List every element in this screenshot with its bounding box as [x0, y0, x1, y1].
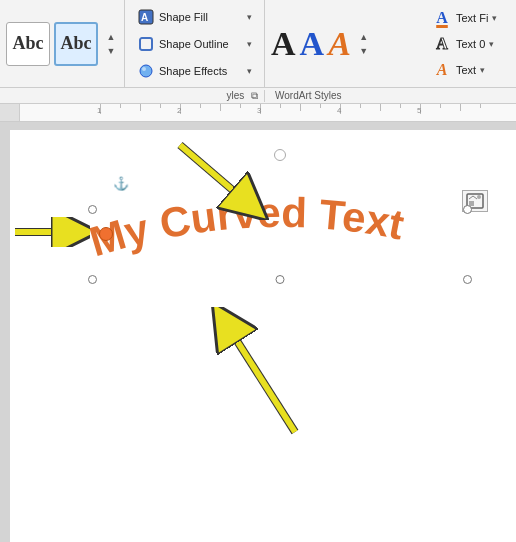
text-fill-icon: A — [432, 9, 452, 27]
shape-fill-icon: A — [137, 8, 155, 26]
shape-effects-arrow: ▾ — [247, 66, 252, 76]
shape-styles-group: Abc Abc ▲ ▼ — [0, 0, 125, 87]
text-fill-arrow: ▾ — [492, 13, 497, 23]
text-effects-icon: A — [432, 61, 452, 79]
curved-text-container: My Curved Text — [85, 177, 475, 292]
shape-options-group: A Shape Fill ▾ Shape Outline ▾ Shape — [125, 0, 265, 87]
arrow-right — [10, 217, 90, 251]
dropdown-down-arrow[interactable]: ▼ — [104, 44, 118, 58]
handle-top-left[interactable] — [88, 205, 97, 214]
svg-rect-2 — [140, 38, 152, 50]
shape-outline-arrow: ▾ — [247, 39, 252, 49]
style-dropdown-arrows[interactable]: ▲ ▼ — [104, 30, 118, 58]
canvas-area: ⚓ My Curved Text — [0, 122, 516, 542]
wordart-letter-plain[interactable]: A — [271, 27, 296, 61]
wordart-letter-shadow[interactable]: A — [328, 27, 351, 61]
svg-text:A: A — [141, 12, 148, 23]
arrow-up-diagonal — [205, 307, 325, 441]
svg-point-3 — [140, 65, 152, 77]
text-effects-label: Text — [456, 64, 476, 76]
wordart-letters-group: A A A ▲ ▼ — [271, 4, 415, 83]
shape-outline-row[interactable]: Shape Outline ▾ — [133, 31, 256, 56]
shape-effects-label: Shape Effects — [159, 65, 243, 77]
shape-style-button-2[interactable]: Abc — [54, 22, 98, 66]
section-label-right: WordArt Styles — [265, 90, 342, 101]
text-fill-label: Text Fi — [456, 12, 488, 24]
wordart-letter-blue[interactable]: A — [300, 27, 325, 61]
text-effects-arrow: ▾ — [480, 65, 485, 75]
handle-bottom-right[interactable] — [463, 275, 472, 284]
text-outline-icon: A — [432, 35, 452, 53]
handle-bottom-left[interactable] — [88, 275, 97, 284]
shape-outline-label: Shape Outline — [159, 38, 243, 50]
text-outline-row[interactable]: A Text 0 ▾ — [429, 32, 508, 56]
shape-style-button-1[interactable]: Abc — [6, 22, 50, 66]
arrow-down-diagonal — [170, 140, 280, 224]
text-outline-arrow: ▾ — [489, 39, 494, 49]
handle-top-right[interactable] — [463, 205, 472, 214]
svg-point-7 — [477, 195, 481, 199]
ruler: // Will be generated by JS below 12345 — [0, 104, 516, 122]
wordart-styles-section: A A A ▲ ▼ — [265, 0, 421, 87]
shape-fill-row[interactable]: A Shape Fill ▾ — [133, 4, 256, 29]
shape-effects-row[interactable]: Shape Effects ▾ — [133, 58, 256, 83]
wordart-dropdown-up[interactable]: ▲ — [357, 30, 371, 44]
style-btn-label-1: Abc — [13, 33, 44, 54]
section-labels-bar: yles ⧉ WordArt Styles — [0, 88, 516, 104]
shape-fill-label: Shape Fill — [159, 11, 243, 23]
dropdown-up-arrow[interactable]: ▲ — [104, 30, 118, 44]
orange-handle[interactable] — [99, 227, 113, 241]
text-fill-row[interactable]: A Text Fi ▾ — [429, 6, 508, 30]
shape-outline-icon — [137, 35, 155, 53]
handle-bottom-center[interactable] — [276, 275, 285, 284]
right-section-text: WordArt Styles — [275, 90, 342, 101]
ribbon: Abc Abc ▲ ▼ A Shape Fill ▾ — [0, 0, 516, 88]
section-label-left: yles ⧉ — [0, 90, 265, 102]
text-outline-label: Text 0 — [456, 38, 485, 50]
expand-icon[interactable]: ⧉ — [251, 90, 258, 101]
svg-point-4 — [142, 67, 146, 71]
left-section-text: yles — [226, 90, 244, 101]
text-options-group: A Text Fi ▾ A Text 0 ▾ A Text ▾ — [421, 0, 516, 87]
text-effects-row[interactable]: A Text ▾ — [429, 58, 508, 82]
wordart-dropdown-down[interactable]: ▼ — [357, 44, 371, 58]
shape-effects-icon — [137, 62, 155, 80]
style-btn-label-2: Abc — [61, 33, 92, 54]
shape-fill-arrow: ▾ — [247, 12, 252, 22]
